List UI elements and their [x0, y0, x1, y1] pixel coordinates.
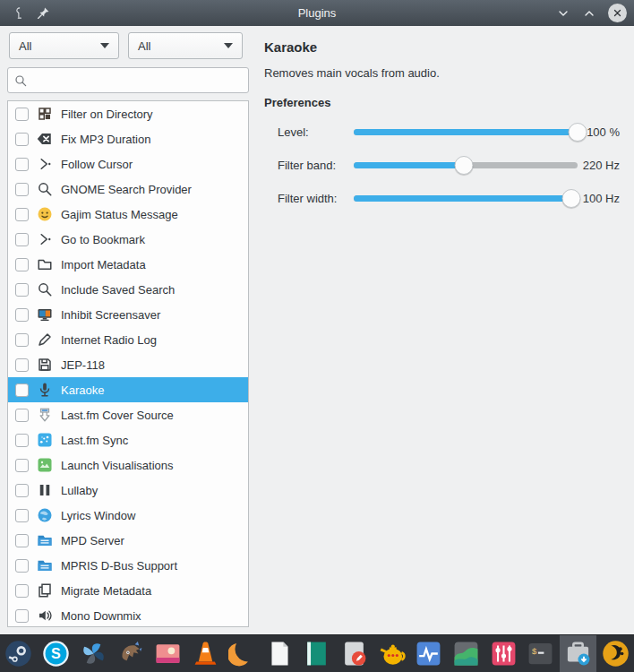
plugin-row[interactable]: Gajim Status Message — [8, 202, 248, 227]
plugin-checkbox[interactable] — [15, 484, 29, 497]
plugin-label: GNOME Search Provider — [61, 183, 192, 196]
plugin-checkbox[interactable] — [15, 283, 29, 297]
plugins-window-body: All All Filter on Directory Fix MP3 Dura… — [0, 26, 634, 634]
plugin-row[interactable]: Last.fm Cover Source — [8, 402, 248, 427]
search-input[interactable] — [32, 73, 243, 88]
plugin-row[interactable]: Lyrics Window — [8, 503, 248, 528]
plugin-label: MPD Server — [61, 534, 124, 547]
plugin-label: Last.fm Sync — [61, 434, 128, 447]
taskbar-item-calc-document[interactable] — [298, 635, 336, 672]
slider-handle[interactable] — [454, 156, 473, 175]
plugin-row[interactable]: Lullaby — [8, 478, 248, 503]
plugin-row[interactable]: Filter on Directory — [8, 101, 248, 126]
plugin-row[interactable]: Go to Bookmark — [8, 227, 248, 252]
plugin-row[interactable]: Fix MP3 Duration — [8, 126, 248, 151]
download-icon — [37, 407, 53, 423]
plugin-row[interactable]: GNOME Search Provider — [8, 177, 248, 202]
taskbar-item-steam[interactable] — [0, 635, 38, 672]
plugin-row[interactable]: Karaoke — [8, 377, 248, 402]
plugin-row[interactable]: MPD Server — [8, 528, 248, 553]
slider-row: Level: 100 % — [264, 116, 627, 149]
plugin-checkbox[interactable] — [15, 183, 29, 196]
category-filter-dropdown[interactable]: All — [9, 32, 119, 59]
plugin-row[interactable]: MPRIS D-Bus Support — [8, 553, 248, 578]
slider-label: Filter band: — [264, 159, 354, 172]
plugin-row[interactable]: Include Saved Search — [8, 277, 248, 302]
plugin-row[interactable]: Migrate Metadata — [8, 578, 248, 603]
status-filter-dropdown[interactable]: All — [128, 32, 243, 59]
plugin-label: Filter on Directory — [61, 108, 153, 121]
pin-icon[interactable] — [37, 6, 50, 20]
plugin-label: Lyrics Window — [61, 509, 135, 522]
plugin-checkbox[interactable] — [15, 133, 29, 146]
taskbar-item-pinwheel-app[interactable] — [74, 635, 112, 672]
plugin-row[interactable]: Inhibit Screensaver — [8, 302, 248, 327]
vlc-icon — [192, 640, 219, 668]
preferences-sliders: Level: 100 % Filter band: 220 Hz — [264, 116, 627, 215]
search-box[interactable] — [7, 67, 249, 93]
plugin-row[interactable]: Launch Visualisations — [8, 452, 248, 478]
plugin-row[interactable]: Import Metadata — [8, 252, 248, 277]
taskbar-item-amber-swirl-app[interactable] — [596, 635, 634, 672]
plugin-label: Gajim Status Message — [61, 208, 178, 221]
plugin-checkbox[interactable] — [15, 158, 29, 171]
plugin-checkbox[interactable] — [15, 584, 29, 598]
folder-blue-icon — [37, 532, 53, 548]
plugin-checkbox[interactable] — [15, 409, 29, 422]
maximize-button[interactable] — [582, 6, 596, 21]
plugin-checkbox[interactable] — [15, 308, 29, 322]
plugin-checkbox[interactable] — [15, 509, 29, 522]
taskbar-item-dragon-app[interactable] — [112, 635, 150, 672]
taskbar-item-image-viewer[interactable] — [150, 635, 187, 672]
taskbar-item-audio-mixer[interactable] — [484, 635, 522, 672]
plugin-row[interactable]: Last.fm Sync — [8, 427, 248, 452]
plugin-list[interactable]: Filter on Directory Fix MP3 Duration Fol… — [7, 100, 249, 627]
close-icon — [612, 7, 623, 19]
plugin-checkbox[interactable] — [15, 459, 29, 472]
image-icon — [37, 457, 53, 473]
slider[interactable] — [354, 189, 578, 208]
taskbar-item-writer-document[interactable] — [261, 635, 298, 672]
plugin-checkbox[interactable] — [15, 434, 29, 447]
plugin-checkbox[interactable] — [15, 559, 29, 573]
slider-handle[interactable] — [569, 123, 587, 142]
plugin-checkbox[interactable] — [15, 333, 29, 347]
taskbar-item-document-editor[interactable] — [336, 635, 373, 672]
taskbar-item-vlc[interactable] — [186, 635, 224, 672]
folder-dark-icon — [37, 256, 53, 272]
cursor-icon — [37, 231, 53, 247]
taskbar-item-plugin-installer[interactable] — [560, 635, 597, 672]
minimize-button[interactable] — [556, 6, 570, 21]
taskbar-item-resource-monitor[interactable] — [448, 635, 485, 672]
pages-icon — [37, 582, 53, 599]
plugin-checkbox[interactable] — [15, 358, 29, 372]
taskbar-item-kteatime[interactable] — [373, 635, 410, 672]
status-filter-value: All — [138, 39, 150, 53]
globe-icon — [37, 507, 53, 523]
taskbar-item-clementine[interactable] — [224, 635, 261, 672]
plugin-checkbox[interactable] — [15, 609, 29, 623]
plugin-checkbox[interactable] — [15, 208, 29, 221]
plugin-row[interactable]: Follow Cursor — [8, 151, 248, 177]
app-icon[interactable] — [13, 6, 26, 20]
mic-icon — [37, 382, 53, 398]
plugin-checkbox[interactable] — [15, 258, 29, 271]
plugin-checkbox[interactable] — [15, 383, 29, 397]
taskbar-item-skype[interactable] — [38, 635, 75, 672]
plugin-row[interactable]: JEP-118 — [8, 352, 248, 377]
plugin-row[interactable]: Mono Downmix — [8, 603, 248, 627]
plugin-row[interactable]: Internet Radio Log — [8, 327, 248, 352]
plugin-checkbox[interactable] — [15, 233, 29, 246]
slider[interactable] — [354, 123, 578, 142]
skype-icon — [42, 640, 70, 668]
close-button[interactable] — [608, 4, 627, 22]
taskbar-item-terminal[interactable] — [522, 635, 560, 672]
taskbar-item-system-monitor[interactable] — [410, 635, 448, 672]
plugin-checkbox[interactable] — [15, 534, 29, 547]
slider[interactable] — [354, 156, 578, 175]
slider-handle[interactable] — [561, 189, 580, 208]
preferences-heading: Preferences — [264, 96, 627, 109]
plugin-checkbox[interactable] — [15, 108, 29, 121]
filter-row: All All — [9, 32, 243, 59]
plugin-label: Import Metadata — [61, 258, 146, 271]
